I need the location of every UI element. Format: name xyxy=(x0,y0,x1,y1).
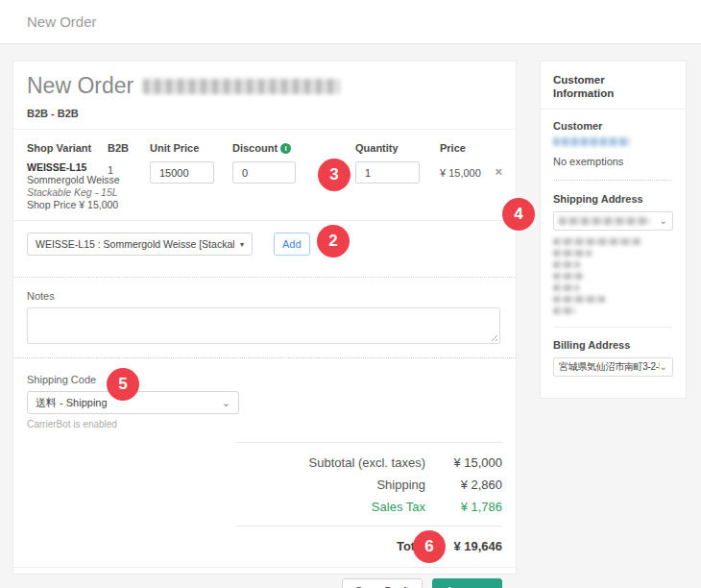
line-price: ¥ 15,000 xyxy=(440,161,490,179)
remove-line-item-icon[interactable]: × xyxy=(495,164,502,179)
sidebar-solid-divider xyxy=(554,327,672,328)
sidebar-dotted-divider xyxy=(554,180,672,181)
col-b2b: B2B xyxy=(108,142,150,154)
select-caret-icon: ▾ xyxy=(240,240,244,249)
carrierbot-hint: CarrierBot is enabled xyxy=(27,419,502,429)
order-form-card: New Order B2B - B2B Shop Variant B2B Uni… xyxy=(13,61,516,574)
footer-actions: Save Draft Approve xyxy=(27,568,502,588)
shipping-code-label: Shipping Code xyxy=(27,374,502,385)
new-order-page: New Order New Order B2B - B2B Shop Varia… xyxy=(0,0,701,588)
sales-tax-row: Sales Tax ¥ 1,786 xyxy=(235,500,502,514)
shipping-address-select[interactable]: ⌄ xyxy=(553,211,673,231)
redacted-customer-link[interactable] xyxy=(553,137,630,146)
billing-address-label: Billing Address xyxy=(553,339,673,351)
variant-shop-price: Shop Price ¥ 15,000 xyxy=(27,199,134,211)
total-row: Total ¥ 19,646 xyxy=(235,527,502,553)
order-card-title-text: New Order xyxy=(27,73,133,99)
sidebar-header-divider xyxy=(541,109,686,110)
redacted-address-line xyxy=(553,238,641,245)
redacted-address-line xyxy=(553,273,583,280)
textarea-resize-handle[interactable] xyxy=(489,332,497,341)
discount-info-icon[interactable]: i xyxy=(280,143,291,154)
customer-info-card: Customer Information Customer No exempti… xyxy=(541,61,686,398)
shipping-row: Shipping ¥ 2,860 xyxy=(235,478,502,492)
chevron-down-icon: ⌄ xyxy=(660,364,667,370)
dotted-divider-1 xyxy=(13,277,516,278)
add-variant-row: WEISSE-L15 : Sommergold Weisse [Stackabl… xyxy=(27,221,502,267)
customer-info-title: Customer Information xyxy=(553,61,630,100)
totals-block: Subtotal (excl. taxes) ¥ 15,000 Shipping… xyxy=(235,442,502,553)
quantity-input[interactable] xyxy=(355,161,420,184)
line-item-row: WEISSE-L15 Sommergold Weisse Stackable K… xyxy=(27,161,502,211)
redacted-address-line xyxy=(553,261,580,268)
shipping-address-label: Shipping Address xyxy=(553,193,673,205)
line-items-header: Shop Variant B2B Unit Price Discounti Qu… xyxy=(27,142,502,154)
header-divider xyxy=(13,129,516,130)
col-unit-price: Unit Price xyxy=(150,142,232,154)
unit-price-input[interactable] xyxy=(150,161,214,184)
col-quantity: Quantity xyxy=(355,142,440,154)
add-button[interactable]: Add xyxy=(274,233,310,256)
variant-select-value: WEISSE-L15 : Sommergold Weisse [Stackabl… xyxy=(36,238,234,250)
redacted-address-line xyxy=(553,307,576,314)
topbar: New Order xyxy=(0,0,701,44)
annotation-badge-3: 3 xyxy=(318,159,350,191)
annotation-badge-6: 6 xyxy=(413,530,446,563)
col-discount: Discounti xyxy=(232,142,355,154)
order-type-label: B2B - B2B xyxy=(27,108,502,119)
redacted-shipping-address-value xyxy=(559,217,650,225)
subtotal-row: Subtotal (excl. taxes) ¥ 15,000 xyxy=(235,455,502,470)
exemptions-text: No exemptions xyxy=(553,156,673,167)
notes-textarea[interactable] xyxy=(27,307,500,344)
chevron-down-icon: ⌄ xyxy=(660,218,667,224)
col-price: Price xyxy=(440,142,490,154)
approve-button[interactable]: Approve xyxy=(432,578,502,588)
customer-label: Customer xyxy=(553,120,673,132)
billing-address-select[interactable]: 宮城県気仙沼市南町3-2-5 ⌄ xyxy=(553,357,673,377)
dotted-divider-2 xyxy=(13,357,516,358)
shipping-address-lines xyxy=(553,238,673,314)
b2b-value: 1 xyxy=(108,161,150,176)
shipping-code-value: 送料 - Shipping xyxy=(36,396,108,410)
variant-option-name: Stackable Keg - 15L xyxy=(27,186,134,199)
redacted-address-line xyxy=(553,296,605,303)
redacted-order-name xyxy=(143,79,340,94)
billing-address-value: 宮城県気仙沼市南町3-2-5 xyxy=(559,360,660,374)
notes-label: Notes xyxy=(27,290,502,302)
save-draft-button[interactable]: Save Draft xyxy=(342,578,423,588)
annotation-badge-4: 4 xyxy=(502,198,535,231)
annotation-badge-5: 5 xyxy=(107,368,139,401)
redacted-address-line xyxy=(553,250,592,257)
col-shop-variant: Shop Variant xyxy=(27,142,108,154)
discount-input[interactable] xyxy=(232,161,296,184)
page-title: New Order xyxy=(27,13,97,30)
order-card-title: New Order xyxy=(27,61,502,99)
variant-select[interactable]: WEISSE-L15 : Sommergold Weisse [Stackabl… xyxy=(27,233,253,256)
redacted-address-line xyxy=(553,284,579,291)
chevron-down-icon: ⌄ xyxy=(222,400,230,406)
annotation-badge-2: 2 xyxy=(317,225,350,257)
